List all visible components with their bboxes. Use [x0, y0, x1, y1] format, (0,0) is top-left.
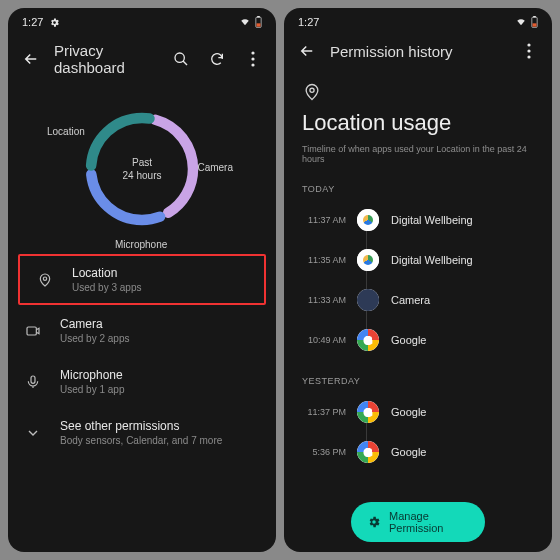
overflow-menu-icon[interactable] — [520, 42, 538, 60]
app-icon: G — [357, 401, 379, 423]
manage-permission-button[interactable]: Manage Permission — [351, 502, 485, 542]
microphone-icon — [24, 373, 42, 391]
timeline-row[interactable]: 5:36 PMGGoogle — [302, 432, 534, 472]
section-label-today: TODAY — [302, 184, 534, 194]
svg-rect-11 — [27, 327, 36, 335]
app-name: Digital Wellbeing — [391, 214, 473, 226]
camera-icon — [24, 322, 42, 340]
permission-sub: Body sensors, Calendar, and 7 more — [60, 435, 222, 446]
app-icon: G — [357, 441, 379, 463]
page-title: Permission history — [330, 43, 506, 60]
permission-title: See other permissions — [60, 419, 222, 433]
app-name: Google — [391, 334, 426, 346]
svg-point-19 — [310, 88, 314, 92]
permission-title: Microphone — [60, 368, 125, 382]
app-bar: Privacy dashboard — [8, 32, 276, 90]
battery-icon — [531, 16, 538, 28]
app-icon — [357, 209, 379, 231]
app-icon: G — [357, 329, 379, 351]
back-icon[interactable] — [298, 42, 316, 60]
svg-point-4 — [251, 51, 254, 54]
donut-center-label: Past 24 hours — [123, 156, 162, 182]
permission-sub: Used by 2 apps — [60, 333, 130, 344]
permission-title: Camera — [60, 317, 130, 331]
permission-title: Location — [72, 266, 142, 280]
settings-gear-icon — [367, 515, 381, 529]
back-icon[interactable] — [22, 50, 40, 68]
section-label-yesterday: YESTERDAY — [302, 376, 534, 386]
svg-rect-2 — [257, 23, 261, 26]
donut-label-location: Location — [47, 126, 85, 137]
svg-point-6 — [251, 63, 254, 66]
permission-row-microphone[interactable]: Microphone Used by 1 app — [8, 356, 276, 407]
wifi-icon — [239, 17, 251, 27]
timeline-time: 11:35 AM — [302, 255, 346, 265]
timeline-time: 11:37 PM — [302, 407, 346, 417]
app-name: Google — [391, 406, 426, 418]
permission-sub: Used by 1 app — [60, 384, 125, 395]
app-icon — [357, 289, 379, 311]
page-subheading: Timeline of when apps used your Location… — [302, 144, 534, 164]
svg-point-5 — [251, 57, 254, 60]
location-icon — [302, 82, 534, 102]
svg-point-3 — [175, 53, 184, 62]
timeline-time: 11:33 AM — [302, 295, 346, 305]
fab-label: Manage Permission — [389, 510, 469, 534]
svg-rect-12 — [31, 376, 35, 383]
page-heading: Location usage — [302, 110, 534, 136]
status-bar: 1:27 — [8, 8, 276, 32]
svg-rect-14 — [533, 16, 536, 17]
svg-point-17 — [527, 49, 530, 52]
app-name: Camera — [391, 294, 430, 306]
expand-more-icon — [24, 424, 42, 442]
battery-icon — [255, 16, 262, 28]
page-title: Privacy dashboard — [54, 42, 158, 76]
timeline-time: 10:49 AM — [302, 335, 346, 345]
timeline-row[interactable]: 11:37 PMGGoogle — [302, 392, 534, 432]
svg-rect-15 — [533, 23, 537, 26]
overflow-menu-icon[interactable] — [244, 50, 262, 68]
permission-history-screen: 1:27 Permission history Location usage T… — [284, 8, 552, 552]
permission-row-other[interactable]: See other permissions Body sensors, Cale… — [8, 407, 276, 458]
timeline-row[interactable]: 10:49 AMGGoogle — [302, 320, 534, 360]
app-name: Google — [391, 446, 426, 458]
app-bar: Permission history — [284, 32, 552, 74]
wifi-icon — [515, 17, 527, 27]
donut-label-microphone: Microphone — [115, 239, 167, 250]
privacy-dashboard-screen: 1:27 Privacy dashboard — [8, 8, 276, 552]
permission-list: Location Used by 3 apps Camera Used by 2… — [8, 250, 276, 462]
usage-donut-chart: Past 24 hours Location Camera Microphone — [67, 94, 217, 244]
timeline-time: 11:37 AM — [302, 215, 346, 225]
permission-row-camera[interactable]: Camera Used by 2 apps — [8, 305, 276, 356]
timeline-row[interactable]: 11:35 AMDigital Wellbeing — [302, 240, 534, 280]
settings-gear-icon — [49, 17, 60, 28]
status-time: 1:27 — [298, 16, 319, 28]
permission-row-location[interactable]: Location Used by 3 apps — [18, 254, 266, 305]
svg-point-18 — [527, 55, 530, 58]
timeline-row[interactable]: 11:33 AMCamera — [302, 280, 534, 320]
app-icon — [357, 249, 379, 271]
timeline-row[interactable]: 11:37 AMDigital Wellbeing — [302, 200, 534, 240]
search-icon[interactable] — [172, 50, 190, 68]
location-icon — [36, 271, 54, 289]
permission-sub: Used by 3 apps — [72, 282, 142, 293]
status-time: 1:27 — [22, 16, 43, 28]
svg-point-16 — [527, 43, 530, 46]
refresh-icon[interactable] — [208, 50, 226, 68]
donut-label-camera: Camera — [197, 162, 233, 173]
timeline-time: 5:36 PM — [302, 447, 346, 457]
svg-point-10 — [43, 277, 46, 280]
timeline: TODAY 11:37 AMDigital Wellbeing11:35 AMD… — [284, 168, 552, 472]
svg-rect-1 — [257, 16, 260, 17]
app-name: Digital Wellbeing — [391, 254, 473, 266]
status-bar: 1:27 — [284, 8, 552, 32]
